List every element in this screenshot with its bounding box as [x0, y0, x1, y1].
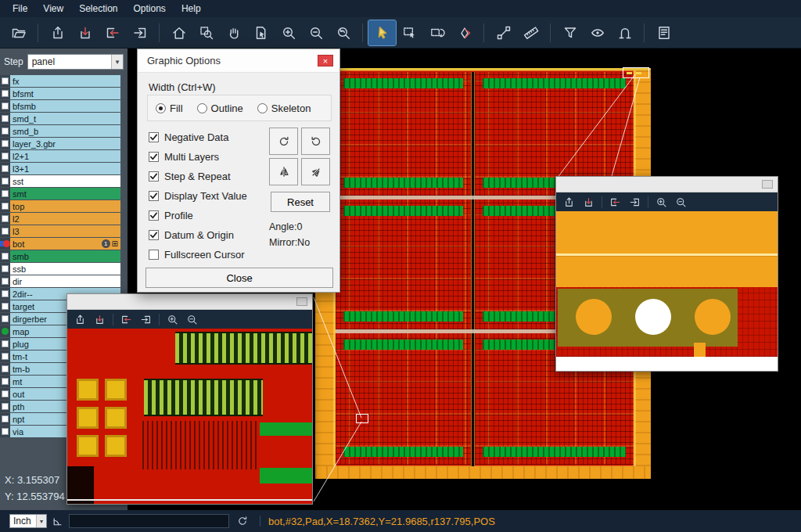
- layer-visibility-gutter[interactable]: [0, 213, 10, 225]
- zoom-in-button[interactable]: [652, 194, 671, 210]
- layer-row-smd_t[interactable]: smd_t: [0, 113, 128, 124]
- layer-visibility-gutter[interactable]: [0, 188, 10, 200]
- layer-visibility-gutter[interactable]: [0, 250, 10, 262]
- layer-visibility-gutter[interactable]: [0, 338, 10, 350]
- layer-row-bot[interactable]: bot1⊞: [0, 238, 128, 250]
- layer-visibility-gutter[interactable]: [0, 200, 10, 212]
- open-folder-button[interactable]: [5, 20, 32, 45]
- menu-options[interactable]: Options: [126, 2, 174, 16]
- layer-checkbox[interactable]: [2, 128, 9, 135]
- magnifier-titlebar[interactable]: [556, 177, 778, 192]
- zoom-previous-button[interactable]: [329, 20, 357, 45]
- layer-checkbox[interactable]: [2, 215, 9, 222]
- layer-checkbox[interactable]: [2, 77, 9, 84]
- copy-right-button[interactable]: [126, 20, 153, 45]
- menu-view[interactable]: View: [35, 2, 71, 16]
- layer-row-smt[interactable]: smt: [0, 188, 128, 200]
- zoom-out-button[interactable]: [182, 311, 202, 328]
- layer-visibility-gutter[interactable]: [0, 175, 10, 187]
- eye-button[interactable]: [584, 20, 611, 45]
- reset-button[interactable]: Reset: [271, 192, 330, 212]
- layer-checkbox[interactable]: [2, 290, 9, 297]
- fill-mode-outline[interactable]: Outline: [197, 102, 243, 114]
- paste-left-button[interactable]: [99, 20, 126, 45]
- layer-checkbox[interactable]: [2, 190, 9, 197]
- layer-visibility-gutter[interactable]: [0, 376, 10, 387]
- magnifier-bottom-view[interactable]: [67, 329, 312, 504]
- layer-visibility-gutter[interactable]: [0, 401, 10, 412]
- pointer-button[interactable]: [368, 20, 396, 45]
- window-button-icon[interactable]: [762, 180, 773, 189]
- zoom-in-button[interactable]: [275, 20, 302, 45]
- layer-checkbox[interactable]: [2, 340, 9, 347]
- layers-diamond-button[interactable]: [451, 20, 478, 45]
- option-step-repeat[interactable]: Step & Repeat: [149, 167, 266, 186]
- menu-help[interactable]: Help: [174, 2, 209, 16]
- layer-checkbox[interactable]: [2, 253, 9, 260]
- layer-row-layer_3.gbr[interactable]: layer_3.gbr: [0, 138, 128, 149]
- magnifier-window-right[interactable]: [555, 176, 778, 372]
- step-select[interactable]: panel ▾: [27, 54, 124, 70]
- layer-row-l2[interactable]: l2: [0, 213, 128, 225]
- layer-row-sst[interactable]: sst: [0, 175, 128, 187]
- layer-checkbox[interactable]: [2, 140, 9, 147]
- paste-down-button[interactable]: [71, 20, 99, 45]
- paste-left-button[interactable]: [117, 311, 136, 328]
- layer-visibility-gutter[interactable]: [0, 263, 10, 275]
- layer-checkbox[interactable]: [2, 303, 9, 310]
- report-button[interactable]: [650, 20, 677, 45]
- layer-checkbox[interactable]: [2, 378, 9, 385]
- layer-checkbox[interactable]: [2, 403, 9, 410]
- fill-mode-fill[interactable]: Fill: [156, 102, 183, 114]
- magnifier-right-view[interactable]: [556, 211, 778, 371]
- rotate-ccw-button[interactable]: [301, 128, 330, 155]
- layer-checkbox[interactable]: [2, 353, 9, 360]
- layer-visibility-gutter[interactable]: [0, 363, 10, 375]
- layer-row-dir[interactable]: dir: [0, 275, 128, 287]
- menu-selection[interactable]: Selection: [71, 2, 125, 16]
- layer-visibility-gutter[interactable]: [0, 275, 10, 287]
- layer-checkbox[interactable]: [2, 415, 9, 422]
- filter-button[interactable]: [556, 20, 584, 45]
- home-button[interactable]: [165, 20, 192, 45]
- layer-visibility-gutter[interactable]: [0, 113, 10, 124]
- paste-up-button[interactable]: [44, 20, 71, 45]
- layer-checkbox[interactable]: [2, 278, 9, 285]
- layer-visibility-gutter[interactable]: [0, 288, 10, 300]
- unit-select[interactable]: Inch ▾: [9, 514, 47, 528]
- layer-checkbox[interactable]: [2, 265, 9, 272]
- flip-horizontal-button[interactable]: [269, 158, 298, 185]
- zoom-in-button[interactable]: [163, 311, 182, 328]
- ruler-button[interactable]: [517, 20, 544, 45]
- layer-row-l3+1[interactable]: l3+1: [0, 163, 128, 174]
- option-negative-data[interactable]: Negative Data: [149, 128, 266, 147]
- layer-row-ssb[interactable]: ssb: [0, 263, 128, 275]
- layer-visibility-gutter[interactable]: [0, 138, 10, 149]
- snap-button[interactable]: [611, 20, 638, 45]
- layer-checkbox[interactable]: [2, 165, 9, 172]
- dialog-titlebar[interactable]: Graphic Options ×: [138, 49, 339, 73]
- layer-row-l2+1[interactable]: l2+1: [0, 150, 128, 162]
- layer-visibility-gutter[interactable]: [0, 100, 10, 112]
- layer-row-fx[interactable]: fx: [0, 75, 128, 87]
- pan-hand-button[interactable]: [220, 20, 247, 45]
- layer-checkbox[interactable]: [2, 153, 9, 160]
- layer-visibility-gutter[interactable]: [0, 88, 10, 99]
- layer-checkbox[interactable]: [2, 390, 9, 397]
- layer-row-smd_b[interactable]: smd_b: [0, 125, 128, 137]
- close-button[interactable]: Close: [145, 268, 333, 288]
- copy-right-button[interactable]: [136, 311, 156, 328]
- option-profile[interactable]: Profile: [149, 206, 266, 225]
- paste-left-button[interactable]: [605, 194, 625, 210]
- option-multi-layers[interactable]: Multi Layers: [149, 147, 266, 167]
- layer-row-bfsmb[interactable]: bfsmb: [0, 100, 128, 112]
- layer-checkbox[interactable]: [2, 102, 9, 110]
- option-datum-origin[interactable]: Datum & Origin: [149, 225, 266, 245]
- layer-visibility-gutter[interactable]: [0, 325, 10, 337]
- layer-visibility-gutter[interactable]: [0, 75, 10, 87]
- paste-up-button[interactable]: [70, 311, 90, 328]
- layer-visibility-gutter[interactable]: [0, 225, 10, 237]
- layer-visibility-gutter[interactable]: [0, 413, 10, 425]
- layer-row-bfsmt[interactable]: bfsmt: [0, 88, 128, 99]
- layer-checkbox[interactable]: [2, 203, 9, 210]
